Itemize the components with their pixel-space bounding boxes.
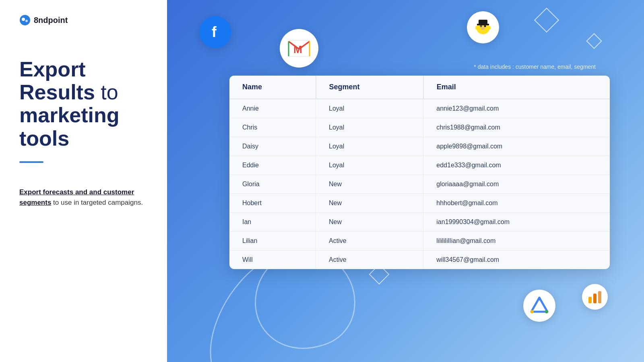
gmail-icon: M <box>280 29 318 68</box>
svg-point-18 <box>530 310 534 313</box>
heading-line1: Export <box>19 58 86 81</box>
google-analytics-icon <box>582 284 608 310</box>
table-row: EddieLoyaledd1e333@gmail.com <box>229 156 610 175</box>
cell-name: Eddie <box>229 156 316 175</box>
col-email: Email <box>423 76 610 99</box>
diamond-icon-2 <box>586 33 602 49</box>
cell-segment: Loyal <box>316 156 423 175</box>
svg-point-0 <box>20 15 30 25</box>
description: Export forecasts and and customer segmen… <box>19 187 148 208</box>
svg-point-10 <box>481 27 485 30</box>
table-row: IanNewian19990304@gmail.com <box>229 213 610 232</box>
svg-point-17 <box>538 297 541 300</box>
svg-rect-20 <box>588 297 592 303</box>
table-header-row: Name Segment Email <box>229 76 610 99</box>
svg-point-2 <box>25 20 28 22</box>
table-row: ChrisLoyalchris1988@gmail.com <box>229 118 610 137</box>
cell-segment: Active <box>316 251 423 269</box>
svg-point-15 <box>481 26 481 27</box>
cell-email: chris1988@gmail.com <box>423 118 610 137</box>
table-row: AnnieLoyalannie123@gmail.com <box>229 99 610 118</box>
facebook-icon: f <box>199 16 231 48</box>
logo-area: 8ndpoint <box>19 14 148 26</box>
cell-email: gloriaaaa@gmail.com <box>423 175 610 194</box>
customer-table: Name Segment Email AnnieLoyalannie123@gm… <box>229 76 610 269</box>
cell-email: will34567@gmail.com <box>423 251 610 269</box>
diamond-icon-1 <box>534 8 559 33</box>
cell-name: Gloria <box>229 175 316 194</box>
table-row: GloriaNewgloriaaaa@gmail.com <box>229 175 610 194</box>
cell-segment: New <box>316 175 423 194</box>
cell-email: annie123@gmail.com <box>423 99 610 118</box>
google-ads-icon <box>523 290 555 322</box>
cell-name: Daisy <box>229 137 316 156</box>
svg-point-11 <box>475 26 479 30</box>
table-row: DaisyLoyalapple9898@gmail.com <box>229 137 610 156</box>
heading-underline <box>19 161 43 163</box>
table-row: LilianActivelililililIian@gmail.com <box>229 232 610 251</box>
svg-point-12 <box>487 26 491 30</box>
heading-line2: Results <box>19 80 95 104</box>
cell-email: apple9898@gmail.com <box>423 137 610 156</box>
svg-point-1 <box>22 18 25 21</box>
cell-name: Hobert <box>229 194 316 213</box>
cell-name: Lilian <box>229 232 316 251</box>
svg-rect-21 <box>593 294 597 303</box>
cell-name: Will <box>229 251 316 269</box>
svg-text:f: f <box>212 24 217 40</box>
svg-point-9 <box>484 25 486 27</box>
mailchimp-icon <box>467 11 499 43</box>
cell-name: Ian <box>229 213 316 232</box>
cell-segment: New <box>316 213 423 232</box>
heading-to: to <box>95 80 118 104</box>
cell-email: lililililIian@gmail.com <box>423 232 610 251</box>
cell-segment: Loyal <box>316 137 423 156</box>
svg-text:M: M <box>293 43 302 56</box>
cell-email: edd1e333@gmail.com <box>423 156 610 175</box>
cell-name: Chris <box>229 118 316 137</box>
cell-email: hhhobert@gmail.com <box>423 194 610 213</box>
svg-rect-14 <box>477 24 489 25</box>
table-row: HobertNewhhhobert@gmail.com <box>229 194 610 213</box>
col-segment: Segment <box>316 76 423 99</box>
cell-segment: Loyal <box>316 118 423 137</box>
logo-icon <box>19 14 31 26</box>
cell-name: Annie <box>229 99 316 118</box>
svg-rect-22 <box>598 291 601 303</box>
col-name: Name <box>229 76 316 99</box>
svg-point-19 <box>545 310 548 313</box>
heading-line3: marketing tools <box>19 103 120 150</box>
table-row: WillActivewill34567@gmail.com <box>229 251 610 269</box>
cell-segment: Loyal <box>316 99 423 118</box>
left-panel: 8ndpoint Export Results to marketing too… <box>0 0 167 362</box>
cell-segment: New <box>316 194 423 213</box>
right-panel: f M <box>167 0 644 362</box>
cell-email: ian19990304@gmail.com <box>423 213 610 232</box>
data-note: * data includes : customer name, email, … <box>474 64 596 70</box>
main-heading: Export Results to marketing tools <box>19 58 148 150</box>
description-rest: to use in targeted campaigns. <box>51 199 143 206</box>
logo-text: 8ndpoint <box>34 16 68 25</box>
cell-segment: Active <box>316 232 423 251</box>
